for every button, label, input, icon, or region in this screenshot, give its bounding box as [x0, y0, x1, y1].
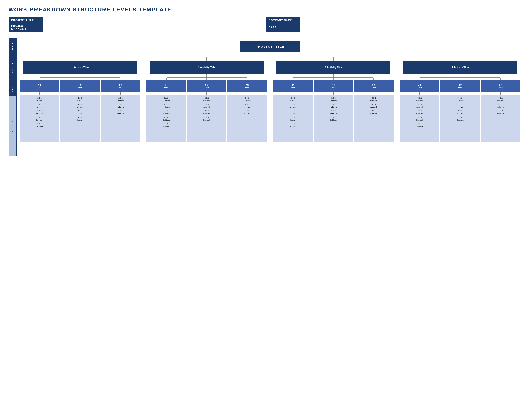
subtask-item: 4.2.4Subtask	[457, 116, 464, 121]
level-labels: LEVEL 1 LEVEL 2 LEVEL 3 LEVEL 4	[9, 38, 17, 156]
subtask-item: 1.2.1Subtask	[76, 97, 83, 102]
task-box-4.1: 4.1 Task	[400, 80, 439, 92]
subtask-item: 3.3.1Subtask	[370, 97, 377, 102]
subtask-item: 4.1.1Subtask	[416, 97, 423, 102]
project-manager-value[interactable]	[43, 23, 266, 32]
subtask-item: 4.3.1Subtask	[497, 97, 504, 102]
level3-label: LEVEL 3	[11, 82, 14, 93]
subtask-item: 2.2.2Subtask	[203, 103, 210, 109]
activity-group-1: 1 Activity Title1.1 Task1.2 Task1.3 Task…	[17, 57, 143, 142]
subtask-item: 3.1.4Subtask	[290, 116, 297, 121]
task-box-4.3: 4.3 Task	[481, 80, 520, 92]
subtask-col-4.1: 4.1.1Subtask4.1.2Subtask4.1.3Subtask4.1.…	[400, 95, 439, 142]
task-box-4.2: 4.2 Task	[440, 80, 480, 92]
company-name-label: COMPANY NAME	[266, 18, 300, 23]
task-box-3.3: 3.3 Task	[354, 80, 394, 92]
main-diagram: PROJECT TITLE1 Activity Title1.1 Task1.2…	[17, 38, 523, 156]
header-table: PROJECT TITLE COMPANY NAME PROJECT MANAG…	[9, 17, 523, 32]
subtask-item: 2.1.2Subtask	[163, 103, 170, 109]
subtask-item: 3.2.4Subtask	[330, 116, 337, 121]
subtask-item: 4.2.1Subtask	[457, 97, 464, 102]
subtask-col-1.1: 1.1.1Subtask1.1.2Subtask1.1.3Subtask1.1.…	[20, 95, 59, 142]
subtask-item: 1.2.4Subtask	[76, 116, 83, 121]
subtask-item: 2.2.4Subtask	[203, 116, 210, 121]
subtask-item: 3.1.2Subtask	[290, 103, 297, 109]
subtask-col-2.3: 2.3.1Subtask2.3.2Subtask2.3.3Subtask	[227, 95, 267, 142]
subtask-item: 3.1.1Subtask	[290, 97, 297, 102]
subtask-item: 2.3.2Subtask	[244, 103, 251, 109]
level2-label: LEVEL 2	[11, 63, 14, 74]
activity-box-2: 2 Activity Title	[150, 61, 264, 74]
subtask-col-1.2: 1.2.1Subtask1.2.2Subtask1.2.3Subtask1.2.…	[60, 95, 100, 142]
subtask-item: 3.2.3Subtask	[330, 110, 337, 115]
task-box-1.3: 1.3 Task	[101, 80, 140, 92]
subtask-item: 2.1.3Subtask	[163, 110, 170, 115]
task-box-2.3: 2.3 Task	[227, 80, 267, 92]
subtask-col-1.3: 1.3.1Subtask1.3.2Subtask1.3.3Subtask	[101, 95, 140, 142]
subtask-item: 4.2.2Subtask	[457, 103, 464, 109]
level2-label-cell: LEVEL 2	[9, 58, 16, 79]
subtask-item: 2.2.1Subtask	[203, 97, 210, 102]
wbs-diagram: LEVEL 1 LEVEL 2 LEVEL 3 LEVEL 4 PROJECT …	[9, 38, 523, 156]
company-name-value[interactable]	[300, 18, 523, 23]
subtask-col-4.2: 4.2.1Subtask4.2.2Subtask4.2.3Subtask4.2.…	[440, 95, 480, 142]
subtask-item: 4.1.4Subtask	[416, 116, 423, 121]
task-box-2.1: 2.1 Task	[146, 80, 186, 92]
level1-label-cell: LEVEL 1	[9, 39, 16, 58]
level4-label-cell: LEVEL 4	[9, 96, 16, 156]
task-box-3.2: 3.2 Task	[314, 80, 353, 92]
subtask-item: 1.1.3Subtask	[36, 110, 43, 115]
date-label: DATE	[266, 23, 300, 32]
subtask-item: 1.2.2Subtask	[76, 103, 83, 109]
level4-label: LEVEL 4	[11, 120, 14, 132]
subtask-item: 4.1.2Subtask	[416, 103, 423, 109]
task-box-1.2: 1.2 Task	[60, 80, 100, 92]
task-box-3.1: 3.1 Task	[273, 80, 313, 92]
subtask-item: 2.2.3Subtask	[203, 110, 210, 115]
subtask-item: 2.3.3Subtask	[244, 110, 251, 115]
subtask-item: 3.2.2Subtask	[330, 103, 337, 109]
subtask-item: 2.1.4Subtask	[163, 116, 170, 121]
subtask-col-3.3: 3.3.1Subtask3.3.2Subtask3.3.3Subtask	[354, 95, 394, 142]
subtask-item: 1.1.1Subtask	[36, 97, 43, 102]
subtask-item: 1.2.3Subtask	[76, 110, 83, 115]
date-value[interactable]	[300, 23, 523, 32]
subtask-item: 4.3.3Subtask	[497, 110, 504, 115]
subtask-item: 3.1.3Subtask	[290, 110, 297, 115]
subtask-item: 1.1.4Subtask	[36, 116, 43, 121]
subtask-item: 4.1.5Subtask	[416, 122, 423, 128]
subtask-item: 2.1.5Subtask	[163, 122, 170, 128]
subtask-col-2.2: 2.2.1Subtask2.2.2Subtask2.2.3Subtask2.2.…	[187, 95, 227, 142]
subtask-item: 2.1.1Subtask	[163, 97, 170, 102]
activity-group-2: 2 Activity Title2.1 Task2.2 Task2.3 Task…	[143, 57, 270, 142]
project-title-label: PROJECT TITLE	[9, 18, 43, 23]
activity-box-3: 3 Activity Title	[276, 61, 390, 74]
page-title: WORK BREAKDOWN STRUCTURE LEVELS TEMPLATE	[9, 6, 523, 13]
subtask-item: 3.3.3Subtask	[370, 110, 377, 115]
subtask-item: 3.1.5Subtask	[290, 122, 297, 128]
subtask-col-4.3: 4.3.1Subtask4.3.2Subtask4.3.3Subtask	[481, 95, 520, 142]
activity-box-1: 1 Activity Title	[23, 61, 137, 74]
subtask-col-3.1: 3.1.1Subtask3.1.2Subtask3.1.3Subtask3.1.…	[273, 95, 313, 142]
subtask-item: 1.1.2Subtask	[36, 103, 43, 109]
project-title-value[interactable]	[43, 18, 266, 23]
subtask-item: 3.3.2Subtask	[370, 103, 377, 109]
subtask-item: 1.3.1Subtask	[117, 97, 124, 102]
subtask-item: 3.2.1Subtask	[330, 97, 337, 102]
subtask-item: 4.3.2Subtask	[497, 103, 504, 109]
subtask-item: 4.1.3Subtask	[416, 110, 423, 115]
subtask-col-3.2: 3.2.1Subtask3.2.2Subtask3.2.3Subtask3.2.…	[314, 95, 353, 142]
activity-box-4: 4 Activity Title	[403, 61, 517, 74]
project-title-box: PROJECT TITLE	[240, 41, 300, 52]
level1-label: LEVEL 1	[11, 43, 14, 54]
project-manager-label: PROJECT MANAGER	[9, 23, 43, 32]
subtask-item: 1.3.3Subtask	[117, 110, 124, 115]
task-box-1.1: 1.1 Task	[20, 80, 59, 92]
subtask-item: 2.3.1Subtask	[244, 97, 251, 102]
subtask-col-2.1: 2.1.1Subtask2.1.2Subtask2.1.3Subtask2.1.…	[146, 95, 186, 142]
task-box-2.2: 2.2 Task	[187, 80, 227, 92]
activity-group-4: 4 Activity Title4.1 Task4.2 Task4.3 Task…	[397, 57, 524, 142]
subtask-item: 4.2.3Subtask	[457, 110, 464, 115]
subtask-item: 1.3.2Subtask	[117, 103, 124, 109]
subtask-item: 1.1.5Subtask	[36, 122, 43, 128]
